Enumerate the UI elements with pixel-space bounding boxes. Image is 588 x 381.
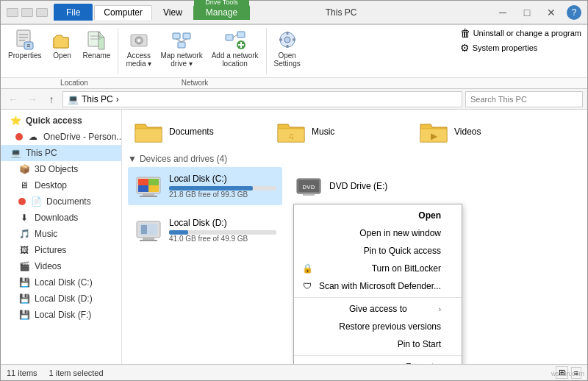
ctx-give-access[interactable]: Give access to › — [294, 300, 462, 318]
properties-label: Properties — [8, 51, 42, 60]
music-folder-icon: ♫ — [276, 118, 306, 145]
sidebar-item-quick-access[interactable]: ⭐ Quick access — [1, 113, 121, 129]
folder-item-music[interactable]: ♫ Music — [270, 115, 410, 148]
local-d-icon: 💾 — [18, 293, 30, 305]
local-f-label: Local Disk (F:) — [35, 310, 91, 320]
ctx-restore-versions[interactable]: Restore previous versions — [294, 318, 462, 335]
search-input[interactable] — [465, 91, 583, 107]
back-button[interactable]: ← — [5, 91, 21, 107]
ribbon-access-media-button[interactable]: Accessmedia ▾ — [121, 26, 156, 69]
tab-file[interactable]: File — [54, 4, 93, 21]
address-path[interactable]: 💻 This PC › — [62, 91, 462, 107]
sidebar-item-local-c[interactable]: 💾 Local Disk (C:) — [1, 274, 121, 291]
close-button[interactable]: ✕ — [539, 5, 563, 20]
ribbon-open-button[interactable]: Open — [46, 26, 79, 61]
sidebar-item-videos[interactable]: 🎬 Videos — [1, 258, 121, 274]
sidebar-item-downloads[interactable]: ⬇ Downloads — [1, 210, 121, 226]
ctx-pin-start-label: Pin to Start — [398, 339, 441, 349]
location-group-label: Location — [1, 79, 148, 87]
svg-line-17 — [182, 39, 187, 42]
svg-rect-36 — [138, 185, 148, 192]
ctx-open[interactable]: Open — [294, 207, 462, 224]
ctx-bitlocker-icon: 🔒 — [300, 263, 315, 274]
sidebar-item-local-d[interactable]: 💾 Local Disk (D:) — [1, 291, 121, 307]
maximize-button[interactable]: □ — [515, 5, 539, 20]
tab-computer[interactable]: Computer — [94, 5, 152, 20]
svg-rect-35 — [148, 179, 159, 185]
sidebar-item-music[interactable]: 🎵 Music — [1, 226, 121, 242]
ribbon-settings-button[interactable]: OpenSettings — [270, 26, 305, 69]
path-separator: › — [116, 94, 119, 104]
device-item-d[interactable]: Local Disk (D:) 41.0 GB free of 49.9 GB — [128, 211, 282, 249]
uninstall-icon: 🗑 — [460, 27, 470, 39]
open-label: Open — [53, 51, 71, 60]
sidebar-item-onedrive[interactable]: ☁ OneDrive - Person... — [1, 129, 121, 145]
help-button[interactable]: ? — [567, 5, 581, 20]
system-props-button[interactable]: ⚙ System properties — [457, 41, 584, 54]
svg-rect-3 — [19, 40, 25, 41]
svg-line-16 — [176, 39, 182, 42]
svg-rect-46 — [141, 225, 147, 234]
folder-grid: Documents ♫ Music — [128, 115, 581, 148]
ctx-pin-quick-access[interactable]: Pin to Quick access — [294, 242, 462, 260]
add-network-label: Add a networklocation — [212, 51, 259, 68]
ribbon-group-labels: Location Network — [1, 77, 587, 88]
music-label: Music — [35, 229, 57, 239]
path-computer-icon: 💻 — [68, 94, 79, 104]
ctx-open-label: Open — [418, 210, 441, 221]
ctx-open-new-window[interactable]: Open in new window — [294, 224, 462, 242]
pictures-icon: 🖼 — [18, 244, 30, 256]
minimize-button[interactable]: ─ — [491, 5, 514, 20]
device-item-c[interactable]: Local Disk (C:) 21.8 GB free of 99.3 GB — [128, 167, 282, 205]
3d-objects-icon: 📦 — [18, 163, 30, 175]
this-pc-icon: 💻 — [10, 147, 21, 159]
device-c-name: Local Disk (C:) — [169, 174, 276, 184]
device-dvd-info: DVD Drive (E:) — [329, 181, 437, 191]
folder-item-videos[interactable]: ▶ Videos — [413, 115, 553, 148]
ctx-pin-start[interactable]: Pin to Start — [294, 335, 462, 353]
ctx-defender[interactable]: 🛡 Scan with Microsoft Defender... — [294, 277, 462, 295]
svg-rect-19 — [237, 32, 245, 38]
svg-rect-27 — [286, 45, 288, 48]
up-button[interactable]: ↑ — [43, 91, 60, 107]
device-d-info: Local Disk (D:) 41.0 GB free of 49.9 GB — [169, 218, 276, 243]
device-d-space: 41.0 GB free of 49.9 GB — [169, 235, 276, 243]
sidebar-item-this-pc[interactable]: 💻 This PC — [1, 145, 121, 161]
add-network-icon — [223, 28, 247, 51]
svg-rect-48 — [140, 240, 157, 241]
settings-label: OpenSettings — [274, 51, 301, 68]
ctx-pin-quick-label: Pin to Quick access — [364, 246, 441, 256]
forward-button[interactable]: → — [24, 91, 40, 107]
ribbon-add-network-button[interactable]: Add a networklocation — [207, 26, 263, 69]
svg-rect-37 — [148, 185, 159, 192]
window-title: This PC — [326, 7, 357, 18]
sidebar-item-documents[interactable]: 📄 Documents — [1, 193, 121, 210]
map-network-icon — [170, 28, 193, 51]
tab-view[interactable]: View — [154, 5, 192, 20]
devices-expand-icon[interactable]: ▼ — [128, 154, 137, 164]
quick-access-label: Quick access — [26, 115, 82, 126]
ribbon: ≡ Properties Open — [1, 24, 587, 89]
sidebar-item-pictures[interactable]: 🖼 Pictures — [1, 242, 121, 258]
svg-rect-15 — [178, 42, 185, 48]
ctx-bitlocker[interactable]: 🔒 Turn on BitLocker — [294, 260, 462, 277]
tab-manage[interactable]: Manage Drive Tools — [193, 5, 250, 20]
ribbon-rename-button[interactable]: Rename — [79, 26, 115, 61]
ribbon-properties-button[interactable]: ≡ Properties — [4, 26, 46, 61]
ctx-bitlocker-label: Turn on BitLocker — [372, 263, 441, 274]
ribbon-map-network-button[interactable]: Map networkdrive ▾ — [156, 26, 207, 69]
dvd-drive-icon: DVD — [294, 171, 323, 201]
this-pc-label: This PC — [26, 148, 57, 158]
title-icon-1 — [7, 8, 18, 17]
sidebar-item-desktop[interactable]: 🖥 Desktop — [1, 177, 121, 193]
properties-icon: ≡ — [13, 28, 37, 51]
sidebar-item-local-f[interactable]: 💾 Local Disk (F:) — [1, 307, 121, 323]
device-item-dvd[interactable]: DVD DVD Drive (E:) — [288, 167, 442, 205]
svg-text:DVD: DVD — [303, 184, 315, 190]
title-bar-icons — [7, 8, 48, 17]
access-media-label: Accessmedia ▾ — [126, 51, 151, 68]
folder-item-documents[interactable]: Documents — [128, 115, 268, 148]
ctx-format[interactable]: Format... — [294, 358, 462, 364]
sidebar-item-3d-objects[interactable]: 📦 3D Objects — [1, 161, 121, 177]
uninstall-button[interactable]: 🗑 Uninstall or change a program — [457, 26, 584, 40]
